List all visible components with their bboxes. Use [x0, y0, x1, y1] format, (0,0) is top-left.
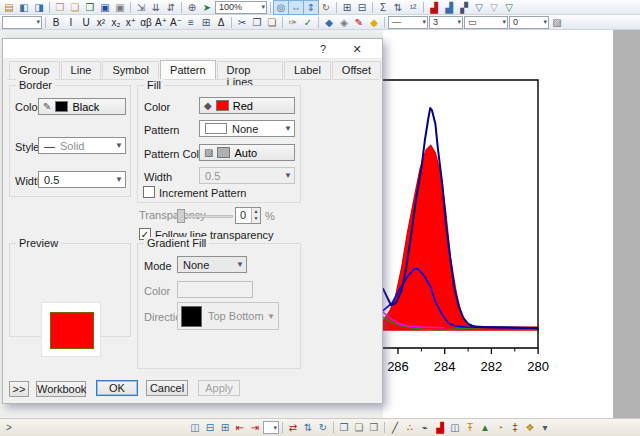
import-multiple-ascii-icon[interactable]: ⇵ [164, 1, 178, 14]
scatter-plot-icon[interactable]: ∴ [403, 421, 417, 434]
copy-icon[interactable]: ❐ [250, 16, 264, 29]
add-window-icon[interactable]: ⊞ [218, 421, 232, 434]
run-script-icon[interactable]: ➤ [200, 1, 214, 14]
tab-pattern[interactable]: Pattern [160, 60, 215, 79]
workbook-button[interactable]: Workbook [36, 381, 86, 397]
line-width-combo[interactable]: 3▾ [429, 16, 463, 29]
ok-button[interactable]: OK [96, 380, 138, 396]
duplicate-window-icon[interactable]: ❏ [352, 421, 366, 434]
tile-horizontal-icon[interactable]: ⊟ [203, 421, 217, 434]
pencil-color-icon[interactable]: ✎ [352, 16, 366, 29]
add-layer-icon[interactable]: ⊞ [340, 1, 354, 14]
rescale-icon[interactable]: ↻ [319, 1, 333, 14]
cut-icon[interactable]: ✂ [235, 16, 249, 29]
grid-align-icon[interactable]: ⊞ [199, 16, 213, 29]
import-wizard-icon[interactable]: ⇲ [134, 1, 148, 14]
line-plot-icon[interactable]: ╱ [388, 421, 402, 434]
gradient-direction-combo[interactable]: Top Bottom ▼ [177, 302, 279, 330]
area-plot-icon[interactable]: ▲ [478, 421, 492, 434]
transparency-slider-thumb[interactable] [177, 209, 185, 223]
extend-right-icon[interactable]: ⇥ [248, 421, 262, 434]
new-graph-window-icon[interactable]: ❐ [337, 421, 351, 434]
paste-icon[interactable]: ❏ [265, 16, 279, 29]
gradient-color-button[interactable] [177, 281, 253, 298]
exchange-xy-icon[interactable]: ⇄ [286, 421, 300, 434]
superscript-icon[interactable]: x² [94, 16, 108, 29]
gradient-mode-combo[interactable]: None ▼ [177, 256, 247, 273]
expand-dialog-button[interactable]: >> [9, 381, 29, 397]
zoom-combo[interactable]: 100%▾ [215, 1, 267, 14]
line-style-combo[interactable]: —▾ [388, 16, 428, 29]
fill-pattern-combo[interactable]: 0▾ [509, 16, 549, 29]
tab-label[interactable]: Label [284, 61, 331, 79]
tab-offset[interactable]: Offset [332, 61, 381, 79]
apply-button[interactable]: Apply [198, 380, 240, 396]
statistics-icon[interactable]: Σ [376, 1, 390, 14]
window-combo[interactable]: ▾ [263, 421, 279, 434]
fit-width-icon[interactable]: ⇔ [289, 1, 303, 14]
filter-icon[interactable]: ▽ [472, 1, 486, 14]
greek-icon[interactable]: αβ [139, 16, 153, 29]
extend-left-icon[interactable]: ⇤ [233, 421, 247, 434]
box-plot-icon[interactable]: ◫ [448, 421, 462, 434]
tile-vertical-icon[interactable]: ◫ [188, 421, 202, 434]
fill-pattern-combo[interactable]: None ▼ [199, 120, 295, 137]
project-explorer-chevron-icon[interactable]: > [2, 422, 16, 433]
new-project-icon[interactable]: ▤ [2, 1, 16, 14]
decrease-font-icon[interactable]: A⁻ [169, 16, 183, 29]
bold-icon[interactable]: B [49, 16, 63, 29]
open-excel-icon[interactable]: ❒ [83, 1, 97, 14]
fit-height-icon[interactable]: ⇕ [304, 1, 318, 14]
cancel-button[interactable]: Cancel [146, 380, 188, 396]
subscript-icon[interactable]: x₂ [109, 16, 123, 29]
fit-page-icon[interactable]: ◎ [274, 1, 288, 14]
column-plot-icon[interactable]: ▟ [433, 421, 447, 434]
pie-plot-icon[interactable]: ◔ [493, 421, 507, 434]
line-symbol-plot-icon[interactable]: ⌁ [418, 421, 432, 434]
flip-y-icon[interactable]: ⇅ [301, 421, 315, 434]
annotation-arrow-icon[interactable]: Δ [214, 16, 228, 29]
border-width-combo[interactable]: 0.5 ▼ [38, 171, 126, 188]
hatch-icon[interactable]: ▨ [550, 16, 564, 29]
border-color-button[interactable]: ✎ Black [38, 98, 126, 115]
subsuperscript-icon[interactable]: x⁺ [124, 16, 138, 29]
highlight-color-icon[interactable]: ◆ [367, 16, 381, 29]
open-icon[interactable]: ❐ [53, 1, 67, 14]
new-workbook-icon[interactable]: ◧ [17, 1, 31, 14]
pattern-color-button[interactable]: ▨ Auto [199, 144, 295, 161]
open-template-icon[interactable]: ❏ [68, 1, 82, 14]
help-icon[interactable]: ? [312, 41, 334, 57]
close-window-icon[interactable]: ❒ [367, 421, 381, 434]
fill-color-button[interactable]: ◆ Red [199, 97, 295, 114]
frame-combo[interactable]: ▭▾ [464, 16, 508, 29]
format-painter-icon[interactable]: ✑ [286, 16, 300, 29]
more-plots-icon[interactable]: ▾ [538, 421, 552, 434]
filter-reapply-icon[interactable]: ▽ [502, 1, 516, 14]
tab-group[interactable]: Group [9, 61, 60, 79]
screen-reader-icon[interactable]: ⊕ [185, 1, 199, 14]
chart-2-icon[interactable]: ▟ [442, 1, 456, 14]
merge-layer-icon[interactable]: ⊟ [355, 1, 369, 14]
palette-icon[interactable]: ◈ [337, 16, 351, 29]
stock-plot-icon[interactable]: ‡ [508, 421, 522, 434]
tab-symbol[interactable]: Symbol [102, 61, 159, 79]
tab-drop-lines[interactable]: Drop Lines [217, 61, 283, 79]
digits-icon[interactable]: ¹² [406, 1, 420, 14]
increase-font-icon[interactable]: A⁺ [154, 16, 168, 29]
column-chart-icon[interactable]: ▟ [427, 1, 441, 14]
rotate-icon[interactable]: ↻ [316, 421, 330, 434]
underline-icon[interactable]: U [79, 16, 93, 29]
style-combo[interactable]: ▾ [2, 16, 42, 29]
sort-icon[interactable]: ⇅ [391, 1, 405, 14]
save-icon[interactable]: ▣ [98, 1, 112, 14]
tab-line[interactable]: Line [61, 61, 102, 79]
close-icon[interactable]: ✕ [346, 41, 368, 57]
fill-width-combo[interactable]: 0.5 ▼ [199, 167, 295, 184]
border-style-combo[interactable]: — Solid ▼ [38, 137, 126, 154]
increment-pattern-checkbox[interactable] [143, 186, 155, 198]
theme-icon[interactable]: ✓ [301, 16, 315, 29]
filter-clear-icon[interactable]: ▽ [487, 1, 501, 14]
error-bar-plot-icon[interactable]: Ŧ [463, 421, 477, 434]
import-ascii-icon[interactable]: ⇊ [149, 1, 163, 14]
template-plot-icon[interactable]: ❖ [523, 421, 537, 434]
